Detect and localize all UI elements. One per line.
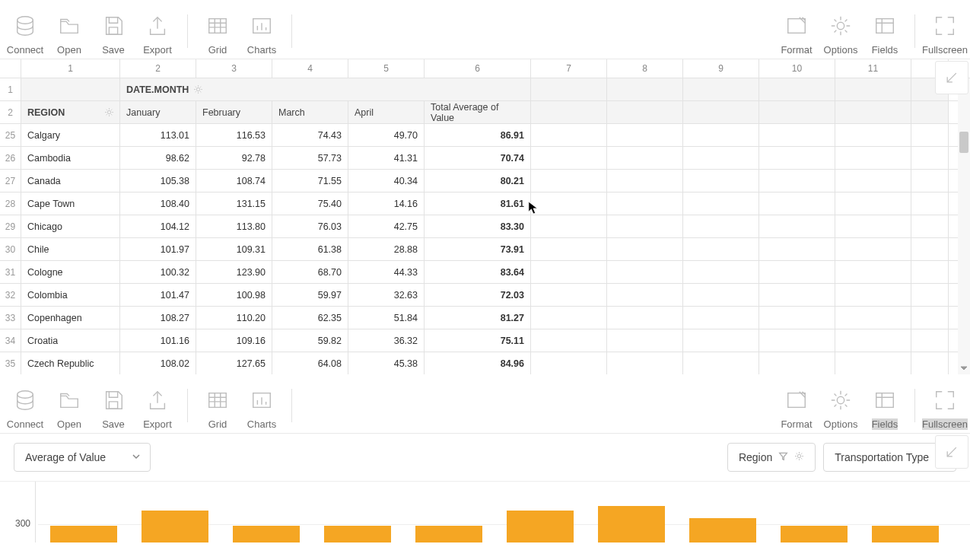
column-field-title[interactable]: DATE.MONTH: [120, 78, 531, 100]
value-cell[interactable]: 64.08: [272, 352, 348, 374]
row-number[interactable]: 26: [0, 147, 21, 169]
row-number[interactable]: 34: [0, 329, 21, 352]
col-num[interactable]: 7: [531, 59, 607, 78]
value-cell[interactable]: 44.33: [348, 261, 425, 283]
col-num[interactable]: 3: [196, 59, 272, 78]
total-header[interactable]: Total Average of Value: [425, 101, 531, 123]
value-cell[interactable]: 59.82: [272, 329, 348, 352]
col-num[interactable]: 5: [348, 59, 425, 78]
value-cell[interactable]: 49.70: [348, 124, 425, 146]
value-cell[interactable]: 108.40: [120, 192, 196, 215]
row-number[interactable]: 25: [0, 124, 21, 146]
format-button[interactable]: Format: [774, 380, 819, 433]
row-number[interactable]: 27: [0, 170, 21, 192]
total-cell[interactable]: 86.91: [425, 124, 531, 146]
region-cell[interactable]: Calgary: [21, 124, 120, 146]
vertical-scrollbar[interactable]: [958, 78, 970, 374]
measure-dropdown[interactable]: Average of Value: [14, 443, 151, 472]
total-cell[interactable]: 81.27: [425, 307, 531, 329]
fullscreen-button[interactable]: Fullscreen: [923, 5, 967, 59]
gear-icon[interactable]: [193, 84, 204, 95]
value-cell[interactable]: 57.73: [272, 147, 348, 169]
region-cell[interactable]: Cape Town: [21, 192, 120, 215]
value-cell[interactable]: 113.80: [196, 215, 272, 237]
value-cell[interactable]: 110.20: [196, 307, 272, 329]
row-number[interactable]: 28: [0, 192, 21, 215]
charts-button[interactable]: Charts: [240, 5, 284, 59]
value-cell[interactable]: 32.63: [348, 284, 425, 306]
value-cell[interactable]: 108.74: [196, 170, 272, 192]
chart-bar[interactable]: [233, 526, 300, 542]
grid-button[interactable]: Grid: [196, 5, 240, 59]
value-cell[interactable]: 36.32: [348, 329, 425, 352]
value-cell[interactable]: 92.78: [196, 147, 272, 169]
row-field-title[interactable]: REGION: [21, 101, 120, 123]
region-cell[interactable]: Copenhagen: [21, 307, 120, 329]
total-cell[interactable]: 81.61: [425, 192, 531, 215]
options-button[interactable]: Options: [819, 5, 863, 59]
row-number[interactable]: 31: [0, 261, 21, 283]
value-cell[interactable]: 41.31: [348, 147, 425, 169]
value-cell[interactable]: 131.15: [196, 192, 272, 215]
row-number[interactable]: 1: [0, 78, 21, 100]
total-cell[interactable]: 83.30: [425, 215, 531, 237]
value-cell[interactable]: 71.55: [272, 170, 348, 192]
value-cell[interactable]: 109.16: [196, 329, 272, 352]
row-number[interactable]: 35: [0, 352, 21, 374]
scroll-thumb[interactable]: [959, 132, 968, 153]
chart-bar[interactable]: [142, 511, 208, 542]
grid-button[interactable]: Grid: [196, 380, 240, 433]
fullscreen-button[interactable]: Fullscreen: [923, 380, 967, 433]
value-cell[interactable]: 104.12: [120, 215, 196, 237]
value-cell[interactable]: 98.62: [120, 147, 196, 169]
value-cell[interactable]: 75.40: [272, 192, 348, 215]
chart-bar[interactable]: [50, 526, 117, 542]
month-header[interactable]: January: [120, 101, 196, 123]
month-header[interactable]: April: [348, 101, 425, 123]
value-cell[interactable]: 105.38: [120, 170, 196, 192]
value-cell[interactable]: 108.02: [120, 352, 196, 374]
value-cell[interactable]: 28.88: [348, 238, 425, 260]
value-cell[interactable]: 127.65: [196, 352, 272, 374]
options-button[interactable]: Options: [819, 380, 863, 433]
fields-button[interactable]: Fields: [863, 380, 907, 433]
row-number[interactable]: 30: [0, 238, 21, 260]
save-button[interactable]: Save: [91, 380, 135, 433]
col-num[interactable]: 10: [759, 59, 835, 78]
chart-bar[interactable]: [324, 526, 391, 542]
value-cell[interactable]: 108.27: [120, 307, 196, 329]
region-filter-pill[interactable]: Region: [727, 443, 816, 472]
col-num[interactable]: 2: [120, 59, 196, 78]
connect-button[interactable]: Connect: [3, 5, 47, 59]
region-cell[interactable]: Cologne: [21, 261, 120, 283]
region-cell[interactable]: Canada: [21, 170, 120, 192]
col-num[interactable]: 8: [607, 59, 683, 78]
month-header[interactable]: February: [196, 101, 272, 123]
collapse-corner-button[interactable]: [935, 435, 968, 469]
col-num[interactable]: 9: [683, 59, 759, 78]
chart-bar[interactable]: [598, 506, 665, 542]
value-cell[interactable]: 101.16: [120, 329, 196, 352]
scroll-down-icon[interactable]: [958, 362, 970, 374]
chart-bar[interactable]: [689, 518, 756, 542]
charts-button[interactable]: Charts: [240, 380, 284, 433]
chart-bar[interactable]: [781, 526, 848, 542]
col-num[interactable]: 4: [272, 59, 348, 78]
total-cell[interactable]: 80.21: [425, 170, 531, 192]
total-cell[interactable]: 73.91: [425, 238, 531, 260]
value-cell[interactable]: 59.97: [272, 284, 348, 306]
region-cell[interactable]: Cambodia: [21, 147, 120, 169]
total-cell[interactable]: 70.74: [425, 147, 531, 169]
row-number[interactable]: 2: [0, 101, 21, 123]
value-cell[interactable]: 113.01: [120, 124, 196, 146]
col-num[interactable]: 1: [21, 59, 120, 78]
total-cell[interactable]: 84.96: [425, 352, 531, 374]
save-button[interactable]: Save: [91, 5, 135, 59]
chart-bar[interactable]: [415, 526, 482, 542]
chart-bar[interactable]: [507, 511, 574, 542]
value-cell[interactable]: 51.84: [348, 307, 425, 329]
region-cell[interactable]: Chicago: [21, 215, 120, 237]
total-cell[interactable]: 72.03: [425, 284, 531, 306]
month-header[interactable]: March: [272, 101, 348, 123]
value-cell[interactable]: 123.90: [196, 261, 272, 283]
